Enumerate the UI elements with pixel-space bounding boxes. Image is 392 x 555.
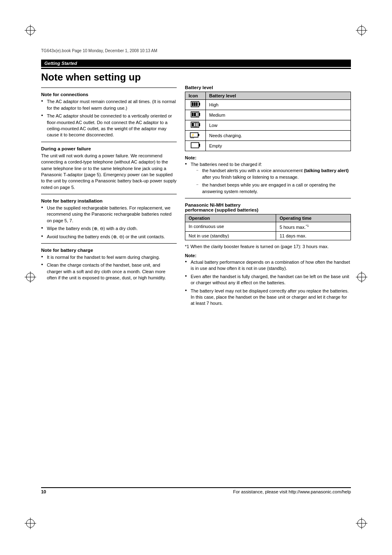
page: TG643x(e).book Page 10 Monday, December …: [0, 0, 392, 555]
note2-list: Actual battery performance depends on a …: [185, 259, 351, 307]
batt-icon-medium: [185, 110, 206, 120]
op-cell-standby-time: 11 days max.: [276, 231, 351, 240]
svg-rect-29: [199, 123, 200, 126]
op-table-header-time: Operating time: [276, 214, 351, 222]
power-failure-body: The unit will not work during a power fa…: [41, 153, 177, 191]
op-cell-standby-label: Not in use (standby): [185, 231, 276, 240]
reg-mark-bl: [25, 518, 36, 530]
svg-text:⚡: ⚡: [191, 133, 195, 137]
connections-divider: [41, 88, 177, 88]
svg-rect-32: [196, 123, 198, 127]
note-batteries-list: The batteries need to be charged if: the…: [185, 161, 351, 195]
batt-icon-low: [185, 120, 206, 131]
operation-table: Operation Operating time In continuous u…: [185, 214, 351, 240]
batt-level-empty: Empty: [206, 141, 351, 151]
svg-rect-26: [194, 113, 196, 116]
reg-mark-tl: [25, 25, 36, 37]
batt-icon-needs-charging: ⚡: [185, 131, 206, 141]
note2-item-1: Actual battery performance depends on a …: [185, 259, 351, 272]
note2-label: Note:: [185, 253, 351, 258]
dash-item-2: the handset beeps while you are engaged …: [196, 182, 351, 195]
batt-charge-item-2: Clean the charge contacts of the handset…: [41, 262, 177, 281]
battery-charge-section: Note for battery charge It is normal for…: [41, 243, 177, 281]
note-batteries-label: Note:: [185, 155, 351, 160]
batt-install-item-3: Avoid touching the battery ends (⊕, ⊖) o…: [41, 234, 177, 240]
connections-heading: Note for connections: [41, 92, 177, 97]
battery-charge-list: It is normal for the handset to feel war…: [41, 254, 177, 281]
connections-list: The AC adaptor must remain connected at …: [41, 99, 177, 138]
battery-installation-section: Note for battery installation Use the su…: [41, 194, 177, 240]
batt-level-low: Low: [206, 120, 351, 131]
battery-charge-heading: Note for battery charge: [41, 248, 177, 253]
batt-install-divider: [41, 194, 177, 194]
nimh-section: Panasonic Ni-MH batteryperformance (supp…: [185, 198, 351, 250]
footer-text: For assistance, please visit http://www.…: [233, 489, 351, 494]
connections-item-1: The AC adaptor must remain connected at …: [41, 99, 177, 111]
svg-rect-40: [199, 144, 200, 147]
power-failure-section: During a power failure The unit will not…: [41, 142, 177, 191]
footer: 10 For assistance, please visit http://w…: [41, 487, 351, 494]
batt-table-header-icon: Icon: [185, 92, 206, 100]
note2-item-3: The battery level may not be displayed c…: [185, 288, 351, 307]
getting-started-label: Getting Started: [41, 60, 351, 67]
svg-rect-25: [192, 113, 194, 116]
nimh-divider: [185, 198, 351, 198]
battery-installation-list: Use the supplied rechargeable batteries.…: [41, 205, 177, 240]
op-table-header-operation: Operation: [185, 214, 276, 222]
batt-install-item-2: Wipe the battery ends (⊕, ⊖) with a dry …: [41, 226, 177, 232]
svg-rect-21: [194, 102, 196, 106]
file-info: TG643x(e).book Page 10 Monday, December …: [41, 48, 351, 53]
page-title: Note when setting up: [41, 72, 177, 83]
svg-rect-24: [199, 113, 200, 116]
svg-rect-19: [199, 103, 200, 106]
left-column: Note when setting up Note for connection…: [41, 72, 177, 310]
footer-page-number: 10: [41, 489, 46, 494]
svg-rect-34: [198, 134, 199, 136]
batt-level-high: High: [206, 100, 351, 110]
dash-item-1: the handset alerts you with a voice anno…: [196, 168, 351, 180]
batt-icon-high: [185, 100, 206, 110]
reg-mark-mr: [356, 271, 367, 284]
connections-item-2: The AC adaptor should be connected to a …: [41, 113, 177, 138]
op-row-standby: Not in use (standby) 11 days max.: [185, 231, 351, 240]
batt-level-medium: Medium: [206, 110, 351, 120]
batt-install-item-1: Use the supplied rechargeable batteries.…: [41, 205, 177, 224]
header-rule: [41, 68, 351, 69]
reg-mark-ml: [25, 271, 36, 284]
power-failure-heading: During a power failure: [41, 146, 177, 151]
getting-started-header: Getting Started: [41, 60, 351, 69]
batt-row-empty: Empty: [185, 141, 351, 151]
note2-item-2: Even after the handset is fully charged,…: [185, 274, 351, 286]
op-row-continuous: In continuous use 5 hours max.*1: [185, 222, 351, 231]
batt-row-low: Low: [185, 120, 351, 131]
note2-section: Note: Actual battery performance depends…: [185, 253, 351, 307]
note-connections-section: Note for connections The AC adaptor must…: [41, 88, 177, 138]
batt-row-high: High: [185, 100, 351, 110]
content-area: Note when setting up Note for connection…: [41, 72, 351, 310]
note-batteries-item: The batteries need to be charged if: the…: [185, 161, 351, 195]
svg-rect-22: [196, 102, 198, 106]
batt-level-needs-charging: Needs charging.: [206, 131, 351, 141]
battery-level-heading: Battery level: [185, 85, 351, 90]
note-batteries-dash-list: the handset alerts you with a voice anno…: [196, 168, 351, 195]
batt-icon-empty: [185, 141, 206, 151]
op-cell-continuous-label: In continuous use: [185, 222, 276, 231]
batt-table-header-level: Battery level: [206, 92, 351, 100]
battery-level-table: Icon Battery level: [185, 92, 351, 151]
batt-row-medium: Medium: [185, 110, 351, 120]
svg-rect-30: [192, 123, 194, 127]
svg-rect-20: [192, 102, 194, 106]
note-batteries-section: Note: The batteries need to be charged i…: [185, 155, 351, 195]
battery-installation-heading: Note for battery installation: [41, 198, 177, 203]
power-divider: [41, 142, 177, 142]
footnote-ref-1: *1: [306, 224, 309, 228]
reg-mark-br: [356, 518, 367, 530]
right-column: Battery level Icon Battery level: [185, 72, 351, 310]
file-info-text: TG643x(e).book Page 10 Monday, December …: [41, 48, 157, 53]
batt-charge-item-1: It is normal for the handset to feel war…: [41, 254, 177, 260]
nimh-footnote: *1 When the clarity booster feature is t…: [185, 244, 351, 250]
reg-mark-tr: [356, 25, 367, 37]
nimh-heading: Panasonic Ni-MH batteryperformance (supp…: [185, 203, 351, 212]
svg-rect-39: [191, 143, 199, 148]
batt-charge-divider: [41, 243, 177, 244]
